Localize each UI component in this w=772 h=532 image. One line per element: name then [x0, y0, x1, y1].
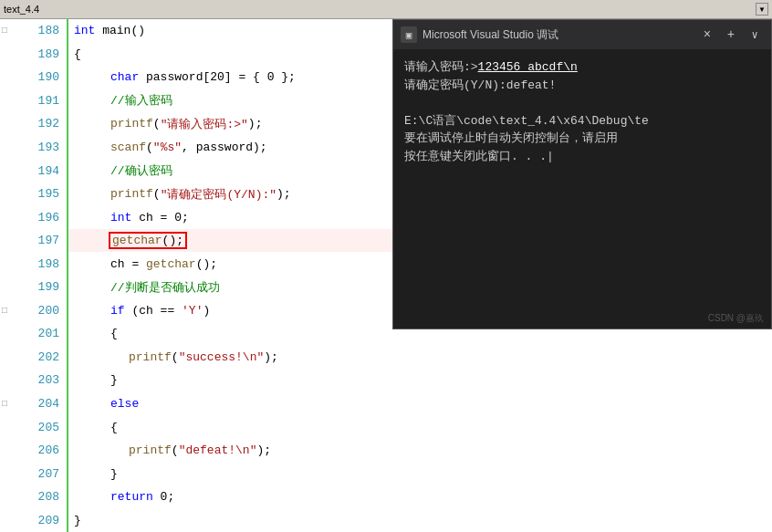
token-plain: ch =: [110, 257, 146, 271]
token-plain: );: [256, 443, 271, 457]
token-fn: getchar: [146, 257, 196, 271]
code-line-196: int ch = 0;: [68, 205, 392, 229]
code-line-193: scanf("%s", password);: [68, 136, 392, 160]
code-line-195: printf("请确定密码(Y/N):");: [68, 183, 392, 206]
minimize-btn[interactable]: ▼: [756, 3, 768, 16]
line-number-206: 206: [0, 439, 67, 463]
token-plain: , password);: [182, 141, 267, 154]
token-str: 'Y': [182, 304, 203, 318]
console-prompt: 请输入密码:>: [404, 60, 478, 74]
code-line-206: printf("defeat!\n");: [68, 439, 392, 463]
line-num-text-200: 200: [38, 304, 59, 318]
console-user-input: 123456_abcdf\n: [478, 60, 578, 74]
token-plain: (: [146, 141, 153, 154]
lines-wrapper: □188189190191192193194195196197198199□20…: [0, 19, 392, 532]
gutter-col: □188189190191192193194195196197198199□20…: [0, 19, 68, 532]
token-plain: );: [264, 350, 278, 364]
console-body: 请输入密码:>123456_abcdf\n请确定密码(Y/N):defeat! …: [393, 49, 771, 329]
token-plain: (: [153, 117, 161, 130]
line-number-196: 196: [0, 205, 67, 229]
code-line-197: getchar();: [68, 229, 392, 253]
code-line-207: }: [68, 462, 392, 485]
code-line-203: }: [68, 369, 392, 392]
title-bar: text_4.4 ▼: [0, 0, 772, 19]
token-plain: );: [248, 117, 263, 130]
token-plain: ): [203, 304, 210, 318]
token-comment: //确认密码: [110, 162, 172, 179]
token-plain: (: [172, 443, 179, 457]
line-num-text-208: 208: [38, 490, 59, 504]
console-titlebar: ▣ Microsoft Visual Studio 调试 × + ∨: [393, 20, 771, 49]
code-line-191: //输入密码: [68, 89, 392, 113]
line-num-text-195: 195: [38, 187, 59, 201]
line-number-203: 203: [0, 369, 67, 392]
line-number-189: 189: [0, 43, 67, 67]
token-fn: printf: [110, 117, 153, 130]
code-line-208: return 0;: [68, 485, 392, 509]
line-num-text-202: 202: [38, 350, 59, 364]
line-num-text-193: 193: [38, 141, 59, 154]
line-num-text-207: 207: [38, 467, 59, 481]
line-num-text-189: 189: [38, 47, 59, 61]
console-close-btn[interactable]: ×: [698, 26, 716, 44]
line-number-207: 207: [0, 462, 67, 485]
line-num-text-197: 197: [38, 234, 59, 247]
token-kw: char: [110, 70, 139, 84]
line-number-188: □188: [0, 19, 67, 43]
token-kw: else: [110, 397, 139, 411]
token-comment: //判断是否确认成功: [110, 279, 220, 296]
console-line-0: 请输入密码:>123456_abcdf\n: [404, 58, 760, 77]
title-bar-text: text_4.4: [4, 4, 756, 15]
console-line-4: 要在调试停止时自动关闭控制台，请启用: [404, 130, 760, 148]
token-fn: printf: [129, 443, 172, 457]
line-num-text-191: 191: [38, 94, 59, 108]
token-plain: ();: [162, 234, 183, 247]
token-fn: printf: [129, 350, 172, 364]
console-chevron-btn[interactable]: ∨: [746, 26, 764, 44]
token-comment: //输入密码: [110, 92, 172, 109]
code-line-198: ch = getchar();: [68, 252, 392, 276]
code-line-190: char password[20] = { 0 };: [68, 66, 392, 89]
token-plain: ();: [196, 257, 217, 271]
line-num-text-204: 204: [38, 397, 59, 411]
token-fn: getchar: [112, 234, 162, 247]
token-plain: }: [110, 467, 118, 481]
line-num-text-206: 206: [38, 443, 59, 457]
token-kw: int: [110, 211, 131, 224]
token-plain: (: [172, 350, 179, 364]
console-watermark: CSDN @嘉玖: [708, 312, 764, 325]
console-line-5: 按任意键关闭此窗口. . .|: [404, 148, 760, 166]
token-str: "success!\n": [179, 350, 265, 364]
line-num-text-194: 194: [38, 164, 59, 178]
line-num-text-190: 190: [38, 70, 59, 84]
code-line-202: printf("success!\n");: [68, 346, 392, 370]
line-number-197: 197: [0, 229, 67, 253]
collapse-icon-204[interactable]: □: [2, 399, 7, 409]
line-num-text-209: 209: [38, 514, 59, 527]
token-str: "请确定密码(Y/N):": [161, 186, 276, 203]
code-line-200: if (ch == 'Y'): [68, 299, 392, 323]
highlighted-line-box: getchar();: [110, 234, 185, 247]
token-plain: {: [74, 47, 81, 61]
token-kw: if: [110, 304, 125, 318]
token-plain: ch = 0;: [131, 211, 188, 224]
token-plain: }: [110, 373, 118, 387]
code-line-204: else: [68, 392, 392, 416]
console-plus-btn[interactable]: +: [722, 26, 740, 44]
line-number-198: 198: [0, 252, 67, 276]
code-line-192: printf("请输入密码:>");: [68, 112, 392, 136]
editor-container: □188189190191192193194195196197198199□20…: [0, 19, 772, 532]
token-plain: (ch ==: [125, 304, 182, 318]
line-number-192: 192: [0, 112, 67, 136]
line-number-208: 208: [0, 485, 67, 509]
token-plain: {: [110, 421, 118, 434]
code-line-199: //判断是否确认成功: [68, 276, 392, 299]
code-col: int main(){char password[20] = { 0 };//输…: [68, 19, 392, 532]
collapse-icon-200[interactable]: □: [2, 306, 7, 316]
console-title: Microsoft Visual Studio 调试: [423, 27, 693, 43]
line-number-194: 194: [0, 159, 67, 183]
token-str: "%s": [153, 141, 182, 154]
code-line-189: {: [68, 43, 392, 67]
line-num-text-201: 201: [38, 327, 59, 340]
collapse-icon-188[interactable]: □: [2, 26, 7, 36]
